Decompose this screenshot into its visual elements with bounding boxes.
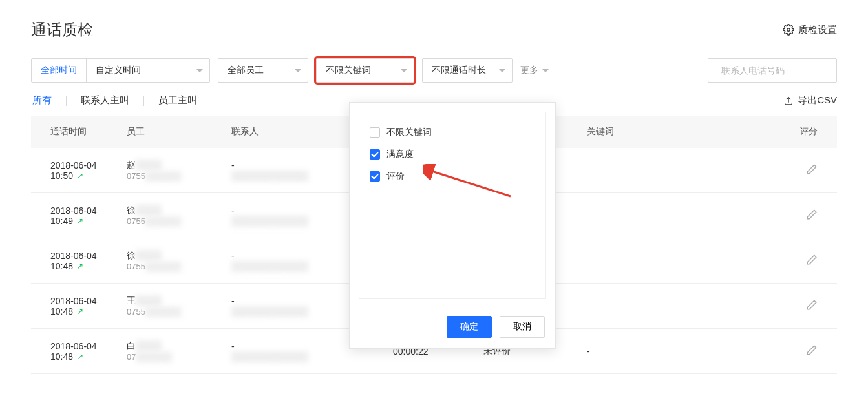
dropdown-option-label: 不限关键词 xyxy=(386,127,432,138)
cell-contact: - ████████████ xyxy=(231,296,348,317)
time-filter[interactable]: 全部时间 自定义时间 xyxy=(31,58,210,83)
edit-icon[interactable] xyxy=(806,209,818,220)
outgoing-arrow-icon: ↗ xyxy=(77,352,83,361)
checkbox-icon xyxy=(370,127,380,138)
edit-icon[interactable] xyxy=(806,344,818,356)
edit-icon[interactable] xyxy=(806,299,818,311)
export-csv[interactable]: 导出CSV xyxy=(783,94,837,107)
col-contact: 联系人 xyxy=(231,126,348,138)
dropdown-option[interactable]: 满意度 xyxy=(367,143,538,165)
duration-filter-value: 不限通话时长 xyxy=(432,65,486,76)
col-score: 评分 xyxy=(785,126,837,138)
tab-all[interactable]: 所有 xyxy=(31,92,53,109)
cell-contact: - ████████████ xyxy=(231,160,348,181)
cell-time: 2018-06-04 10:49 ↗ xyxy=(31,205,127,226)
checkbox-icon xyxy=(370,171,380,182)
duration-filter[interactable]: 不限通话时长 xyxy=(422,58,513,83)
edit-icon[interactable] xyxy=(806,254,818,265)
dropdown-option-label: 评价 xyxy=(386,171,405,182)
cell-employee: 白████ 07██████ xyxy=(127,340,231,362)
more-filters-label: 更多 xyxy=(520,65,538,76)
qc-settings-link[interactable]: 质检设置 xyxy=(783,24,837,36)
dropdown-option[interactable]: 评价 xyxy=(367,165,538,187)
col-employee: 员工 xyxy=(127,126,231,138)
cell-contact: - ████████████ xyxy=(231,205,348,226)
outgoing-arrow-icon: ↗ xyxy=(77,262,83,271)
search-input[interactable] xyxy=(721,65,834,76)
search-box[interactable] xyxy=(708,58,837,83)
keyword-filter[interactable]: 不限关键词 xyxy=(316,58,414,83)
cell-time: 2018-06-04 10:48 ↗ xyxy=(31,341,127,362)
outgoing-arrow-icon: ↗ xyxy=(77,307,83,316)
cell-contact: - ████████████ xyxy=(231,251,348,271)
page-title: 通话质检 xyxy=(31,19,93,40)
cell-contact: - ████████████ xyxy=(231,341,348,362)
col-keyword: 关键词 xyxy=(587,126,785,138)
tab-employee-call[interactable]: 员工主叫 xyxy=(157,92,198,109)
cell-employee: 徐████ 0755██████ xyxy=(127,205,231,226)
employee-filter[interactable]: 全部员工 xyxy=(218,58,308,83)
gear-icon xyxy=(783,24,794,36)
dropdown-confirm-button[interactable]: 确定 xyxy=(447,316,492,338)
cell-time: 2018-06-04 10:48 ↗ xyxy=(31,296,127,317)
dropdown-option[interactable]: 不限关键词 xyxy=(367,121,538,143)
cell-employee: 王████ 0755██████ xyxy=(127,295,231,317)
qc-settings-label: 质检设置 xyxy=(798,24,837,36)
export-label: 导出CSV xyxy=(798,94,837,107)
keyword-filter-value: 不限关键词 xyxy=(326,65,371,76)
chevron-down-icon xyxy=(401,69,407,72)
cell-keyword: - xyxy=(587,346,785,357)
svg-point-0 xyxy=(787,28,790,32)
export-icon xyxy=(783,96,794,106)
more-filters[interactable]: 更多 xyxy=(520,65,549,76)
cell-employee: 徐████ 0755██████ xyxy=(127,250,231,271)
cell-employee: 赵████ 0755██████ xyxy=(127,160,231,181)
outgoing-arrow-icon: ↗ xyxy=(77,216,83,225)
dropdown-option-label: 满意度 xyxy=(386,149,414,160)
employee-filter-value: 全部员工 xyxy=(228,65,264,76)
divider xyxy=(143,96,144,106)
cell-time: 2018-06-04 10:50 ↗ xyxy=(31,160,127,181)
time-filter-label: 全部时间 xyxy=(32,59,87,82)
chevron-down-icon xyxy=(542,69,549,72)
divider xyxy=(66,96,67,106)
col-time: 通话时间 xyxy=(31,126,127,138)
time-filter-value: 自定义时间 xyxy=(96,65,141,76)
cell-time: 2018-06-04 10:48 ↗ xyxy=(31,251,127,271)
chevron-down-icon xyxy=(295,69,301,72)
chevron-down-icon xyxy=(499,69,505,72)
outgoing-arrow-icon: ↗ xyxy=(77,171,83,180)
edit-icon[interactable] xyxy=(806,163,818,175)
chevron-down-icon xyxy=(196,69,203,72)
checkbox-icon xyxy=(370,149,380,160)
tab-contact-call[interactable]: 联系人主叫 xyxy=(79,92,131,109)
dropdown-cancel-button[interactable]: 取消 xyxy=(500,316,545,338)
keyword-dropdown: 不限关键词满意度评价 确定 取消 xyxy=(349,102,556,349)
